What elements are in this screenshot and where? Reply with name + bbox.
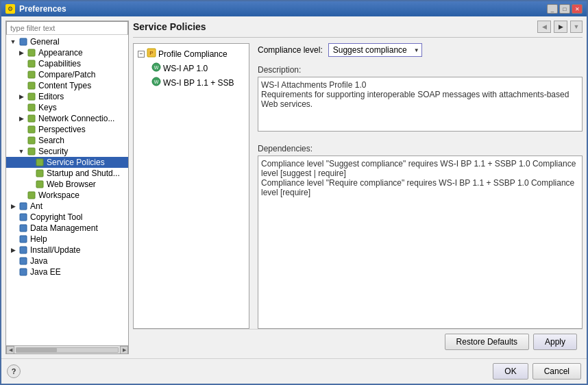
service-policies-icon: [35, 158, 45, 167]
sidebar-item-ant[interactable]: ▶ Ant: [6, 201, 128, 212]
sidebar-label-ant: Ant: [30, 201, 42, 211]
nav-menu-button[interactable]: ▼: [570, 21, 583, 33]
expand-appearance: ▶: [17, 49, 25, 57]
sidebar-label-workspace: Workspace: [38, 190, 79, 200]
svg-rect-15: [20, 203, 27, 210]
sidebar-item-compare-patch[interactable]: Compare/Patch: [6, 69, 128, 80]
profile-expand-btn[interactable]: −: [138, 51, 145, 58]
panel-header: Service Policies ◀ ▶ ▼: [133, 21, 583, 33]
close-button[interactable]: ✕: [572, 4, 583, 14]
sidebar-item-service-policies[interactable]: Service Policies: [6, 157, 128, 168]
ws-bp-label: WS-I BP 1.1 + SSB: [163, 78, 234, 88]
sidebar-item-install[interactable]: ▶ Install/Update: [6, 245, 128, 256]
titlebar-buttons: _ □ ✕: [547, 4, 583, 14]
appearance-icon: [27, 48, 36, 58]
sidebar-label-keys: Keys: [38, 103, 57, 112]
sidebar-label-data-management: Data Management: [30, 223, 98, 233]
description-box: WS-I Attachments Profile 1.0 Requirement…: [258, 77, 583, 132]
sidebar-item-java-ee[interactable]: Java EE: [6, 266, 128, 277]
svg-rect-20: [20, 258, 27, 264]
sidebar-item-startup[interactable]: Startup and Shutd...: [6, 168, 128, 179]
sidebar-item-editors[interactable]: ▶ Editors: [6, 91, 128, 102]
tree-area: ▼ General ▶ Appearance: [6, 35, 128, 345]
scroll-left-button[interactable]: ◀: [6, 346, 14, 354]
svg-rect-2: [28, 60, 35, 67]
svg-rect-3: [28, 71, 35, 78]
nav-forward-button[interactable]: ▶: [554, 21, 567, 33]
sidebar-item-security[interactable]: ▼ Security: [6, 146, 128, 157]
settings-panel: Compliance level: Suggest compliance Req…: [249, 43, 583, 329]
svg-text:P: P: [149, 50, 153, 56]
help-button[interactable]: ?: [7, 364, 21, 378]
copyright-icon: [19, 212, 28, 222]
preferences-window: ⚙ Preferences _ □ ✕ ▼ Gener: [0, 0, 588, 385]
ws-ap-label: WS-I AP 1.0: [163, 64, 208, 73]
general-icon: [19, 37, 28, 47]
profiles-panel: − P Profile Compliance: [133, 43, 249, 329]
svg-rect-11: [36, 159, 43, 166]
compliance-select[interactable]: Suggest compliance Require compliance Ig…: [328, 43, 422, 57]
sidebar-item-content-types[interactable]: Content Types: [6, 80, 128, 91]
svg-rect-14: [28, 192, 35, 199]
dependencies-text: Compliance level "Suggest compliance" re…: [261, 159, 579, 197]
security-icon: [27, 147, 36, 156]
sidebar-label-security: Security: [38, 147, 68, 156]
profile-root-label: Profile Compliance: [158, 49, 228, 59]
sidebar-label-editors: Editors: [38, 92, 64, 101]
apply-button[interactable]: Apply: [533, 334, 577, 350]
titlebar: ⚙ Preferences _ □ ✕: [1, 1, 587, 16]
svg-rect-10: [28, 148, 35, 155]
svg-rect-6: [28, 104, 35, 111]
sidebar-item-java[interactable]: Java: [6, 256, 128, 266]
sidebar-item-web-browser[interactable]: Web Browser: [6, 179, 128, 190]
svg-rect-5: [28, 93, 35, 100]
java-icon: [19, 256, 28, 266]
filter-input[interactable]: [6, 21, 128, 35]
sidebar-label-network: Network Connectio...: [38, 114, 114, 123]
sidebar-label-install: Install/Update: [30, 245, 80, 255]
sidebar-item-perspectives[interactable]: Perspectives: [6, 124, 128, 135]
maximize-button[interactable]: □: [559, 4, 570, 14]
sidebar-scrollbar-h: ◀ ▶: [6, 345, 128, 353]
nav-back-button[interactable]: ◀: [537, 21, 551, 33]
network-icon: [27, 114, 36, 123]
content-types-icon: [27, 81, 36, 90]
cancel-button[interactable]: Cancel: [532, 363, 581, 380]
keys-icon: [27, 103, 36, 112]
sidebar-item-network[interactable]: ▶ Network Connectio...: [6, 113, 128, 124]
right-content: − P Profile Compliance: [133, 43, 583, 329]
ok-button[interactable]: OK: [493, 363, 528, 380]
sidebar-item-capabilities[interactable]: Capabilities: [6, 58, 128, 69]
right-panel: Service Policies ◀ ▶ ▼ −: [133, 21, 583, 354]
svg-text:W: W: [154, 79, 159, 84]
sidebar-label-capabilities: Capabilities: [38, 59, 81, 69]
window-icon: ⚙: [5, 4, 15, 14]
sidebar-item-help[interactable]: Help: [6, 234, 128, 245]
sidebar-label-java-ee: Java EE: [30, 267, 61, 277]
profile-ws-bp[interactable]: W WS-I BP 1.1 + SSB: [136, 75, 246, 90]
sidebar-item-search[interactable]: Search: [6, 135, 128, 146]
sidebar-item-workspace[interactable]: Workspace: [6, 190, 128, 201]
profile-root[interactable]: − P Profile Compliance: [136, 47, 246, 61]
sidebar-item-keys[interactable]: Keys: [6, 102, 128, 113]
web-browser-icon: [35, 179, 45, 189]
restore-defaults-button[interactable]: Restore Defaults: [445, 334, 529, 350]
sidebar-label-service-policies: Service Policies: [47, 158, 105, 167]
left-panel: ▼ General ▶ Appearance: [5, 21, 129, 354]
sidebar-item-data-management[interactable]: Data Management: [6, 223, 128, 234]
compliance-select-wrapper: Suggest compliance Require compliance Ig…: [328, 43, 422, 57]
profile-ws-ap[interactable]: W WS-I AP 1.0: [136, 61, 246, 75]
minimize-button[interactable]: _: [547, 4, 558, 14]
sidebar-item-appearance[interactable]: ▶ Appearance: [6, 47, 128, 58]
footer-bar: ? OK Cancel: [1, 358, 587, 384]
sidebar-item-general[interactable]: ▼ General: [6, 36, 128, 47]
sidebar-label-search: Search: [38, 136, 64, 145]
svg-rect-1: [28, 49, 35, 56]
scroll-right-button[interactable]: ▶: [120, 346, 128, 354]
sidebar-label-startup: Startup and Shutd...: [47, 169, 120, 178]
description-section: Description: WS-I Attachments Profile 1.…: [258, 65, 583, 138]
search-icon: [27, 136, 36, 145]
sidebar-item-copyright-tool[interactable]: Copyright Tool: [6, 212, 128, 223]
sidebar-label-web-browser: Web Browser: [47, 179, 96, 189]
footer-buttons: OK Cancel: [493, 363, 581, 380]
